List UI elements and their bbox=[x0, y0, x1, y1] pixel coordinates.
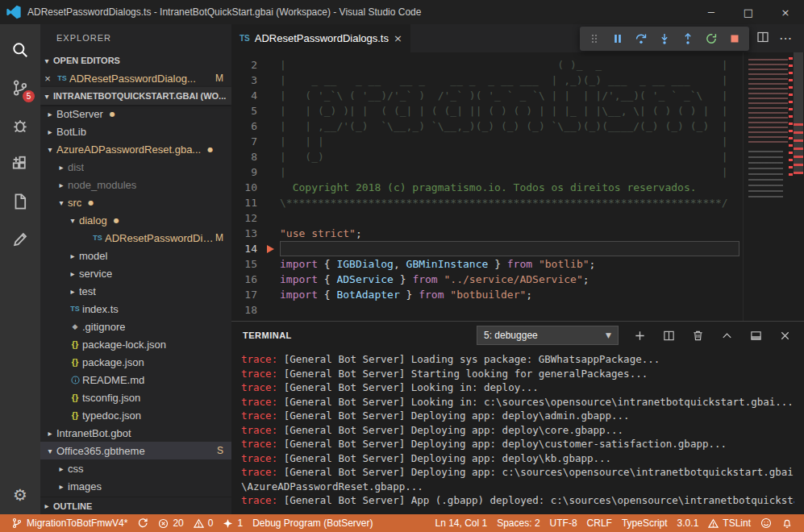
code-line[interactable]: 9| | bbox=[231, 164, 804, 180]
gutter-slot[interactable] bbox=[267, 210, 280, 226]
tree-item-gitignore[interactable]: ◆.gitignore bbox=[40, 318, 231, 335]
terminal-add-button[interactable] bbox=[631, 327, 648, 343]
tree-item-typedoc-json[interactable]: {}typedoc.json bbox=[40, 406, 231, 424]
code-line[interactable]: 14 bbox=[231, 241, 804, 256]
tree-item-model[interactable]: ▸model bbox=[40, 247, 231, 264]
activity-extensions-button[interactable] bbox=[0, 144, 40, 182]
maximize-button[interactable]: □ bbox=[730, 0, 767, 24]
tree-item-test[interactable]: ▸test bbox=[40, 282, 231, 300]
status-tslint[interactable]: TSLint bbox=[703, 514, 756, 532]
gutter-slot[interactable] bbox=[267, 302, 280, 318]
gutter-slot[interactable] bbox=[267, 134, 280, 149]
gutter-slot[interactable] bbox=[267, 272, 280, 287]
terminal-trash-button[interactable] bbox=[689, 327, 706, 343]
tree-item-office365-gbtheme[interactable]: ▾Office365.gbthemeS bbox=[40, 442, 231, 459]
tree-item-dialog[interactable]: ▾dialog● bbox=[40, 211, 231, 229]
minimap[interactable] bbox=[743, 52, 793, 321]
tree-item-intranetbot-gbot[interactable]: ▸IntranetBot.gbot bbox=[40, 424, 231, 442]
activity-debug-button[interactable] bbox=[0, 106, 40, 144]
status-sync[interactable] bbox=[132, 514, 153, 532]
status-language-mode[interactable]: TypeScript bbox=[617, 514, 673, 532]
tree-item-package-json[interactable]: {}package.json bbox=[40, 353, 231, 371]
code-line[interactable]: 4| ( '_`\ ( '__)/'_` ) /'_` )( '_ ` _ `\… bbox=[231, 88, 804, 103]
code-line[interactable]: 2| ( )_ _ | bbox=[231, 57, 804, 73]
tab-close-icon[interactable]: × bbox=[394, 32, 402, 44]
code-line[interactable]: 10 Copyright 2018 (c) pragmatismo.io. To… bbox=[231, 180, 804, 195]
tree-item-adresetpassworddial[interactable]: TSADResetPasswordDial...M bbox=[40, 229, 231, 247]
code-line[interactable]: 6| | ,__/'(_) `\__,_) `\__,_)(_) (_) (_)… bbox=[231, 118, 804, 134]
gutter-slot[interactable] bbox=[267, 73, 280, 88]
code-line[interactable]: 17import { BotAdapter } from "botbuilder… bbox=[231, 287, 804, 302]
terminal-split-button[interactable] bbox=[660, 327, 677, 343]
status-debug-program[interactable]: Debug Program (BotServer) bbox=[248, 514, 377, 532]
gutter-slot[interactable] bbox=[267, 149, 280, 164]
gutter-slot[interactable] bbox=[267, 195, 280, 210]
tree-item-tsconfig-json[interactable]: {}tsconfig.json bbox=[40, 389, 231, 406]
code-line[interactable]: 11\*************************************… bbox=[231, 195, 804, 210]
terminal-chevron-up-button[interactable] bbox=[719, 327, 735, 343]
status-encoding[interactable]: UTF-8 bbox=[545, 514, 582, 532]
split-editor-button[interactable] bbox=[756, 31, 769, 46]
activity-edit-button[interactable] bbox=[0, 220, 40, 258]
tree-item-readme-md[interactable]: README.md bbox=[40, 371, 231, 389]
gutter-slot[interactable] bbox=[267, 256, 280, 272]
code-line[interactable]: 15import { IGBDialog, GBMinInstance } fr… bbox=[231, 256, 804, 272]
settings-gear-icon[interactable]: ⚙ bbox=[13, 485, 27, 505]
status-eol[interactable]: CRLF bbox=[582, 514, 617, 532]
terminal-close-button[interactable] bbox=[777, 327, 793, 343]
close-button[interactable]: × bbox=[767, 0, 804, 24]
status-indentation[interactable]: Spaces: 2 bbox=[492, 514, 544, 532]
gutter-slot[interactable] bbox=[267, 103, 280, 118]
status-feedback[interactable] bbox=[756, 514, 777, 532]
tree-item-index-ts[interactable]: TSindex.ts bbox=[40, 300, 231, 318]
status-extra-count[interactable]: 1 bbox=[218, 514, 248, 532]
code-line[interactable]: 16import { ADService } from "../service/… bbox=[231, 272, 804, 287]
editor-content[interactable]: 2| ( )_ _ |3| _ __ _ __ __ _ __ _ _ __ _… bbox=[231, 57, 804, 318]
terminal-panel-button[interactable] bbox=[748, 327, 764, 343]
gutter-slot[interactable] bbox=[267, 164, 280, 180]
tree-item-service[interactable]: ▸service bbox=[40, 264, 231, 282]
status-notifications[interactable] bbox=[777, 514, 798, 532]
tab-adresetpassworddialogs[interactable]: TS ADResetPasswordDialogs.ts × bbox=[231, 24, 410, 52]
code-editor[interactable]: 2| ( )_ _ |3| _ __ _ __ __ _ __ _ _ __ _… bbox=[231, 52, 804, 321]
outline-header[interactable]: ▸ OUTLINE bbox=[40, 497, 231, 514]
tree-item-botlib[interactable]: ▸BotLib bbox=[40, 123, 231, 140]
tree-item-dist[interactable]: ▸dist bbox=[40, 158, 231, 176]
tree-item-images[interactable]: ▸images bbox=[40, 477, 231, 495]
gutter-slot[interactable] bbox=[267, 180, 280, 195]
code-line[interactable]: 5| | (_) )| | ( (_| | ( (_| || ( ) ( ) |… bbox=[231, 103, 804, 118]
status-typescript-version[interactable]: 3.0.1 bbox=[673, 514, 704, 532]
status-cursor-position[interactable]: Ln 14, Col 1 bbox=[430, 514, 492, 532]
debug-stop-button[interactable] bbox=[724, 28, 745, 49]
code-line[interactable]: 7| | | | bbox=[231, 134, 804, 149]
activity-search-button[interactable] bbox=[0, 31, 40, 69]
gutter-slot[interactable] bbox=[267, 241, 280, 256]
code-line[interactable]: 12 bbox=[231, 210, 804, 226]
more-actions-button[interactable]: ⋯ bbox=[779, 31, 793, 46]
terminal-tab[interactable]: TERMINAL bbox=[243, 330, 292, 340]
debug-restart-button[interactable] bbox=[701, 28, 722, 49]
close-editor-icon[interactable]: × bbox=[40, 73, 55, 85]
code-line[interactable]: 13"use strict"; bbox=[231, 226, 804, 241]
activity-file-button[interactable] bbox=[0, 182, 40, 220]
editor-scrollbar[interactable] bbox=[793, 52, 804, 321]
status-git-branch[interactable]: MigrationToBotFmwV4* bbox=[6, 514, 132, 532]
debug-step-over-button[interactable] bbox=[631, 28, 652, 49]
tree-item-package-lock-json[interactable]: {}package-lock.json bbox=[40, 335, 231, 353]
minimize-button[interactable]: ─ bbox=[693, 0, 730, 24]
tree-item-azureadpasswordreset-gba[interactable]: ▾AzureADPasswordReset.gba...● bbox=[40, 140, 231, 158]
gutter-slot[interactable] bbox=[267, 226, 280, 241]
debug-step-out-button[interactable] bbox=[677, 28, 698, 49]
status-errors[interactable]: 20 bbox=[153, 514, 188, 532]
workspace-header[interactable]: ▾ INTRANETBOTQUICKSTART.GBAI (WO... bbox=[40, 87, 231, 105]
terminal-output[interactable]: trace: [General Bot Server] Loading sys … bbox=[231, 349, 804, 514]
code-line[interactable]: 18 bbox=[231, 302, 804, 318]
debug-pause-button[interactable] bbox=[607, 28, 628, 49]
code-line[interactable]: 8| (_) | bbox=[231, 149, 804, 164]
tree-item-src[interactable]: ▾src● bbox=[40, 193, 231, 211]
open-editors-header[interactable]: ▾ OPEN EDITORS bbox=[40, 52, 231, 69]
code-line[interactable]: 3| _ __ _ __ __ _ __ _ _ __ ___ | ,_)(_)… bbox=[231, 73, 804, 88]
gutter-slot[interactable] bbox=[267, 118, 280, 134]
debug-step-into-button[interactable] bbox=[654, 28, 675, 49]
open-editor-item[interactable]: ×TSADResetPasswordDialog...M bbox=[40, 69, 231, 87]
